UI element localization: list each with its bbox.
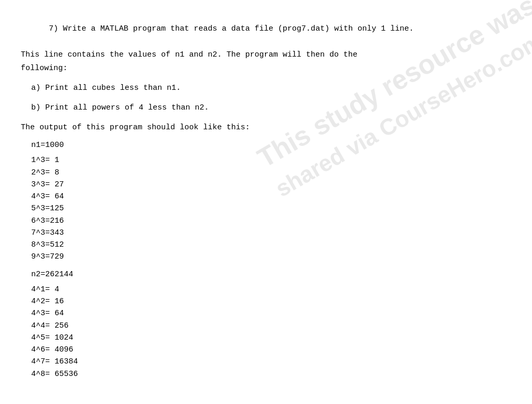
power-line: 4^5= 1024 — [31, 332, 511, 344]
cube-line: 9^3=729 — [31, 251, 511, 263]
power-line: 4^3= 64 — [31, 307, 511, 319]
part-a-label: a) — [31, 84, 41, 92]
cube-line: 2^3= 8 — [31, 167, 511, 179]
page-content: 7) Write a MATLAB program that reads a d… — [0, 0, 532, 394]
part-b: b) Print all powers of 4 less than n2. — [21, 102, 511, 114]
cube-line: 4^3= 64 — [31, 191, 511, 203]
cube-line: 1^3= 1 — [31, 154, 511, 166]
power-line: 4^1= 4 — [31, 284, 511, 295]
cube-line: 8^3=512 — [31, 239, 511, 251]
power-line: 4^4= 256 — [31, 320, 511, 332]
intro-line2: This line contains the values of n1 and … — [21, 49, 511, 61]
cube-line: 3^3= 27 — [31, 179, 511, 191]
n2-label: n2=262144 — [21, 268, 511, 280]
cubes-block: 1^3= 12^3= 83^3= 274^3= 645^3=1256^3=216… — [21, 154, 511, 263]
output-intro: The output of this program should look l… — [21, 122, 511, 134]
powers-block: 4^1= 44^2= 164^3= 644^4= 2564^5= 10244^6… — [21, 284, 511, 380]
power-line: 4^7= 16384 — [31, 356, 511, 368]
power-line: 4^2= 16 — [31, 295, 511, 307]
cube-line: 5^3=125 — [31, 203, 511, 214]
part-a: a) Print all cubes less than n1. — [21, 82, 511, 95]
part-b-label: b) — [31, 103, 41, 112]
cube-line: 7^3=343 — [31, 227, 511, 239]
n1-label: n1=1000 — [21, 139, 511, 151]
power-line: 4^6= 4096 — [31, 344, 511, 356]
intro-line1: 7) Write a MATLAB program that reads a d… — [21, 10, 511, 48]
intro-line3: following: — [21, 62, 511, 75]
cube-line: 6^3=216 — [31, 215, 511, 227]
question-block: 7) Write a MATLAB program that reads a d… — [21, 10, 511, 380]
power-line: 4^8= 65536 — [31, 368, 511, 380]
